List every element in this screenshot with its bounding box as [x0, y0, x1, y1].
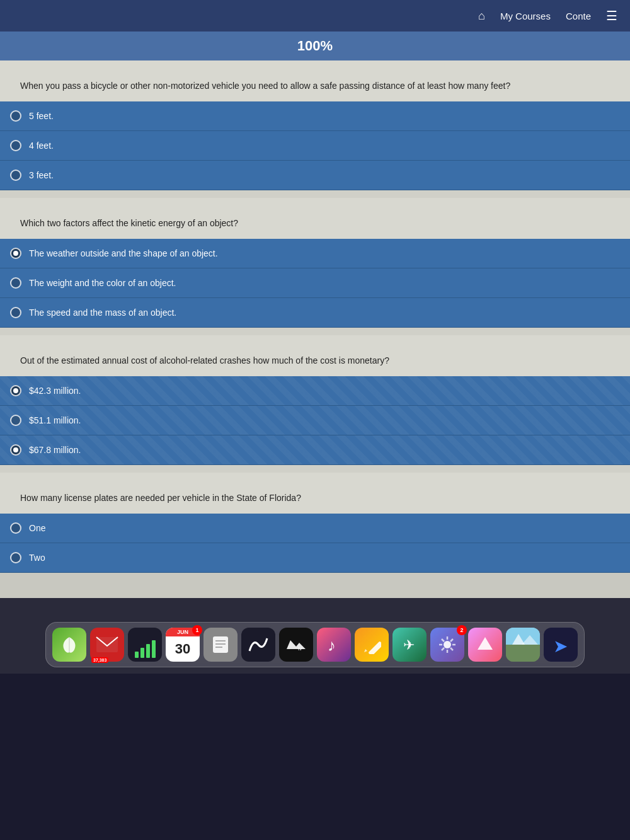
menu-icon: ☰ — [606, 8, 617, 23]
bottom-spacer — [0, 573, 630, 598]
dock-item-mail[interactable]: 37,383 — [90, 628, 124, 662]
radio-circle-q4a2 — [10, 552, 21, 563]
radio-circle-q2a1 — [10, 248, 21, 259]
content-nav-item[interactable]: Conte — [566, 11, 591, 21]
question-2-option-2-text: The weight and the color of an object. — [29, 278, 620, 288]
dock-item-landscape[interactable] — [506, 628, 540, 662]
mail-icon — [90, 628, 124, 662]
arrow-icon: ➤ — [544, 628, 578, 662]
signal-bar-4 — [152, 640, 156, 658]
question-3-option-3-text: $67.8 million. — [29, 445, 620, 455]
dock-item-safari[interactable] — [241, 628, 275, 662]
dock-area: 37,383 JUN 30 1 — [0, 598, 630, 674]
question-3-option-3[interactable]: $67.8 million. — [0, 435, 630, 465]
question-1-option-3[interactable]: 3 feet. — [0, 161, 630, 190]
safari-icon — [241, 628, 275, 662]
svg-point-10 — [444, 641, 451, 648]
dock-item-notes[interactable] — [203, 628, 238, 662]
dock-item-finder[interactable] — [52, 628, 86, 662]
svg-text:✈: ✈ — [403, 637, 415, 653]
mail-count-badge: 37,383 — [91, 657, 108, 663]
svg-line-18 — [442, 648, 444, 650]
dock-item-maps[interactable]: ✈ — [392, 628, 427, 662]
dock-item-appletv[interactable]: tv — [279, 628, 313, 662]
question-2-block: Which two factors affect the kinetic ene… — [0, 198, 630, 328]
dock-item-arrow[interactable]: ➤ — [544, 628, 578, 662]
dock-item-music[interactable]: ♪ — [317, 628, 351, 662]
question-4-option-1-text: One — [29, 523, 620, 533]
question-2-option-1-text: The weather outside and the shape of an … — [29, 248, 620, 258]
svg-rect-21 — [506, 645, 540, 662]
music-icon: ♪ — [317, 628, 351, 662]
question-3-option-2-text: $51.1 million. — [29, 415, 620, 425]
finder-icon — [52, 628, 86, 662]
question-2-text: Which two factors affect the kinetic ene… — [10, 208, 620, 235]
bottom-bar — [0, 674, 630, 800]
top-navigation: ⌂ My Courses Conte ☰ — [0, 0, 630, 32]
svg-text:♪: ♪ — [328, 636, 336, 655]
question-3-block: Out of the estimated annual cost of alco… — [0, 335, 630, 465]
home-nav-item[interactable]: ⌂ — [478, 9, 485, 23]
svg-text:➤: ➤ — [553, 636, 568, 655]
radio-circle-q2a2 — [10, 277, 21, 289]
question-2-options: The weather outside and the shape of an … — [0, 239, 630, 328]
question-2-option-2[interactable]: The weight and the color of an object. — [0, 268, 630, 298]
dock-item-sysprefs[interactable]: 2 — [430, 628, 464, 662]
radio-circle-q1a1 — [10, 110, 21, 122]
question-3-text: Out of the estimated annual cost of alco… — [10, 345, 620, 372]
my-courses-label: My Courses — [500, 11, 551, 21]
dock-item-notes2[interactable] — [355, 628, 389, 662]
main-content: When you pass a bicycle or other non-mot… — [0, 60, 630, 573]
dock: 37,383 JUN 30 1 — [45, 622, 585, 667]
svg-marker-8 — [364, 649, 367, 652]
radio-circle-q3a2 — [10, 415, 21, 426]
divider-2 — [0, 328, 630, 335]
sysprefs-badge: 2 — [457, 625, 467, 635]
dock-item-shortcuts[interactable] — [468, 628, 502, 662]
dock-item-calendar[interactable]: JUN 30 1 — [166, 628, 200, 662]
question-2-option-3-text: The speed and the mass of an object. — [29, 308, 620, 318]
question-2-option-3[interactable]: The speed and the mass of an object. — [0, 298, 630, 328]
signal-bar-1 — [135, 652, 139, 658]
radio-circle-q2a3 — [10, 307, 21, 318]
question-4-option-1[interactable]: One — [0, 514, 630, 543]
radio-circle-q3a3 — [10, 444, 21, 456]
my-courses-nav-item[interactable]: My Courses — [500, 11, 551, 21]
menu-nav-item[interactable]: ☰ — [606, 8, 617, 23]
question-2-option-1[interactable]: The weather outside and the shape of an … — [0, 239, 630, 268]
question-1-option-2-text: 4 feet. — [29, 141, 620, 151]
signal-bar-3 — [146, 644, 150, 658]
svg-line-16 — [450, 648, 453, 650]
appletv-icon: tv — [279, 628, 313, 662]
shortcuts-icon — [468, 628, 502, 662]
dock-item-signal[interactable] — [128, 628, 162, 662]
question-4-options: One Two — [0, 514, 630, 573]
question-1-option-1-text: 5 feet. — [29, 111, 620, 121]
divider-1 — [0, 190, 630, 198]
landscape-icon — [506, 628, 540, 662]
svg-text:tv: tv — [298, 646, 302, 652]
pencil-icon — [355, 628, 389, 662]
home-icon: ⌂ — [478, 9, 485, 23]
question-1-option-1[interactable]: 5 feet. — [0, 101, 630, 131]
radio-circle-q4a1 — [10, 522, 21, 534]
question-3-option-2[interactable]: $51.1 million. — [0, 406, 630, 435]
question-1-text: When you pass a bicycle or other non-mot… — [10, 71, 620, 98]
question-1-block: When you pass a bicycle or other non-mot… — [0, 60, 630, 190]
question-4-option-2[interactable]: Two — [0, 543, 630, 573]
radio-circle-q3a1 — [10, 385, 21, 396]
maps-icon: ✈ — [392, 628, 427, 662]
svg-rect-7 — [368, 641, 381, 654]
question-1-option-2[interactable]: 4 feet. — [0, 131, 630, 161]
notes-icon — [203, 628, 238, 662]
question-3-option-1[interactable]: $42.3 million. — [0, 376, 630, 406]
progress-text: 100% — [297, 38, 333, 54]
progress-bar-container: 100% — [0, 32, 630, 60]
content-label: Conte — [566, 11, 591, 21]
radio-circle-q1a3 — [10, 170, 21, 181]
calendar-day: 30 — [166, 636, 200, 662]
divider-3 — [0, 465, 630, 473]
calendar-badge: 1 — [192, 625, 202, 635]
question-4-block: How many license plates are needed per v… — [0, 473, 630, 573]
radio-circle-q1a2 — [10, 140, 21, 151]
